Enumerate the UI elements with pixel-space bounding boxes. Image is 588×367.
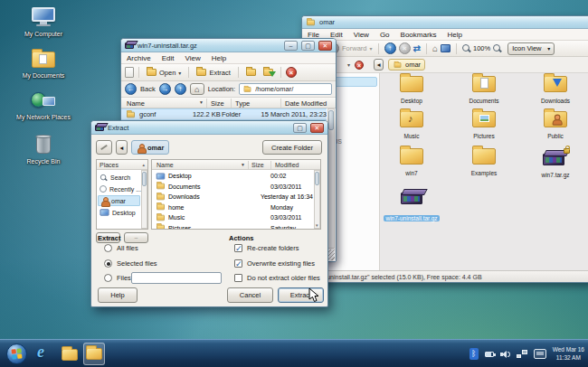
list-item[interactable]: home Monday (153, 202, 313, 212)
new-archive-icon[interactable] (125, 67, 134, 78)
column-size[interactable]: Size (211, 99, 224, 108)
network-icon[interactable] (517, 350, 527, 358)
column-name[interactable]: Name (156, 162, 174, 168)
list-item[interactable]: Desktop 00:02 (153, 171, 313, 181)
zoom-in-icon[interactable] (493, 44, 501, 52)
checkbox-no-older[interactable]: Do not extract older files (234, 274, 320, 282)
up-button[interactable]: ↑ (175, 83, 186, 95)
grid-item-public[interactable]: Public (526, 111, 584, 139)
grid-item-win7[interactable]: win7 (383, 148, 441, 176)
type-location-button[interactable] (96, 140, 112, 155)
grid-item-win7-uninstall-targz[interactable]: win7-uninstall.tar.gz (383, 188, 441, 224)
stop-button[interactable]: × (399, 42, 411, 54)
view-mode-dropdown[interactable]: Icon View ▾ (507, 42, 555, 55)
desktop-icon-my-computer[interactable]: My Computer (14, 7, 72, 37)
start-button[interactable] (6, 343, 27, 364)
grid-item-win7-targz[interactable]: win7.tar.gz (526, 148, 584, 178)
desktop-icon-recycle-bin[interactable]: Recycle Bin (14, 134, 72, 165)
browser-icon[interactable]: e (37, 343, 44, 362)
up-button[interactable]: ↑ (384, 42, 396, 54)
arc-menu-edit[interactable]: Edit (156, 53, 180, 63)
grid-item-desktop[interactable]: Desktop (383, 76, 441, 104)
forward-button[interactable]: → (159, 83, 171, 95)
places-header[interactable]: Places ▴ (97, 160, 147, 170)
radio-selected-files[interactable]: Selected files (104, 259, 157, 268)
place-item-search[interactable]: Search (98, 172, 140, 183)
file-list-scrollbar[interactable]: ▾ (314, 170, 320, 229)
help-button[interactable]: Help (98, 287, 138, 303)
file-manager-taskbar-icon[interactable] (60, 344, 80, 364)
table-row[interactable]: gconf 122.2 KB Folder 15 March 2011, 23:… (121, 108, 327, 120)
remove-place-button[interactable]: − (124, 232, 148, 243)
reload-icon[interactable]: ⇄ (413, 43, 421, 53)
files-pattern-input[interactable] (131, 272, 222, 284)
fm-menu-help[interactable]: Help (442, 30, 468, 40)
place-item-omar[interactable]: omar (98, 195, 140, 206)
grid-item-downloads[interactable]: Downloads (526, 76, 584, 104)
place-item-recently[interactable]: Recently ... (98, 184, 140, 194)
grid-item-music[interactable]: ♪ Music (383, 111, 441, 139)
radio-files[interactable]: Files: (104, 274, 133, 282)
column-type[interactable]: Type (235, 99, 250, 108)
checkbox-recreate-folders[interactable]: ✓ Re-create folders (234, 244, 299, 252)
list-item[interactable]: Documents 03/03/2011 (153, 182, 313, 192)
breadcrumb-omar[interactable]: omar (388, 59, 425, 71)
arc-menu-view[interactable]: View (179, 53, 205, 63)
extract-toolbar-button[interactable]: Extract (194, 68, 232, 78)
zoom-out-icon[interactable] (462, 44, 470, 52)
arc-titlebar[interactable]: win7-uninstall.tar.gz – ▢ ✕ (121, 39, 336, 52)
path-back-icon[interactable]: ◂ (116, 140, 128, 155)
arc-menu-help[interactable]: Help (206, 53, 232, 63)
checkbox-overwrite[interactable]: ✓ Overwrite existing files (234, 259, 315, 268)
path-crumb-omar[interactable]: omar (131, 140, 169, 155)
scrollbar[interactable] (327, 108, 335, 249)
chevron-down-icon[interactable]: ▾ (370, 45, 373, 52)
maximize-button[interactable]: ▢ (301, 41, 315, 51)
desktop-icon-my-network-places[interactable]: My Network Places (10, 90, 77, 120)
add-folder-icon[interactable] (261, 68, 276, 77)
crumb-back-icon[interactable]: ◂ (374, 59, 384, 71)
column-modified[interactable]: Modified (275, 162, 299, 168)
grid-item-examples[interactable]: Examples (455, 148, 513, 176)
location-bar[interactable]: /home/omar/ (239, 83, 332, 95)
add-files-icon[interactable] (243, 68, 259, 77)
home-icon[interactable]: ⌂ (190, 83, 204, 95)
grid-item-documents[interactable]: Documents (455, 76, 513, 104)
column-date-modified[interactable]: Date Modified (285, 99, 327, 108)
close-panel-icon[interactable]: × (355, 61, 364, 70)
radio-all-files[interactable]: All files (104, 244, 138, 252)
home-icon[interactable]: ⌂ (432, 43, 438, 53)
column-size[interactable]: Size (251, 162, 264, 168)
close-button[interactable]: ✕ (318, 41, 332, 51)
desktop-icon-my-documents[interactable]: My Documents (14, 49, 72, 79)
bluetooth-icon[interactable]: ᛒ (469, 348, 479, 360)
arc-menu-archive[interactable]: Archive (121, 53, 156, 63)
close-button[interactable]: ✕ (310, 123, 324, 133)
create-folder-button[interactable]: Create Folder (262, 140, 322, 155)
list-item[interactable]: Music 03/03/2011 (153, 212, 313, 222)
battery-icon[interactable] (485, 352, 494, 357)
sort-toggle-icon[interactable]: ▴ (142, 162, 145, 167)
list-item[interactable]: Downloads Yesterday at 16:34 (153, 192, 313, 202)
volume-icon[interactable] (500, 350, 510, 359)
scroll-down-icon[interactable]: ▾ (316, 222, 318, 228)
back-button[interactable]: ← (125, 83, 137, 95)
place-item-desktop[interactable]: Desktop (98, 207, 140, 218)
column-name[interactable]: Name (127, 99, 145, 108)
grid-item-pictures[interactable]: Pictures (455, 111, 513, 139)
scrollbar-thumb[interactable] (328, 110, 334, 130)
active-window-taskbar-icon[interactable] (83, 343, 105, 365)
stop-icon[interactable]: × (286, 67, 297, 78)
list-item[interactable]: Pictures Saturday (153, 223, 313, 231)
fm-titlebar[interactable]: omar (302, 16, 588, 29)
clock[interactable]: Wed Mar 16 11:32 AM (553, 346, 584, 362)
show-desktop-icon[interactable] (534, 349, 546, 359)
open-button[interactable]: Open ▾ (144, 68, 184, 78)
cancel-button[interactable]: Cancel (227, 287, 273, 303)
fm-menu-view[interactable]: View (348, 30, 375, 40)
chevron-down-icon[interactable]: ▾ (347, 61, 350, 68)
maximize-button[interactable]: ▢ (293, 123, 307, 133)
minimize-button[interactable]: – (284, 41, 298, 51)
fm-menu-go[interactable]: Go (375, 30, 395, 40)
places-panel-icon[interactable] (441, 44, 450, 52)
